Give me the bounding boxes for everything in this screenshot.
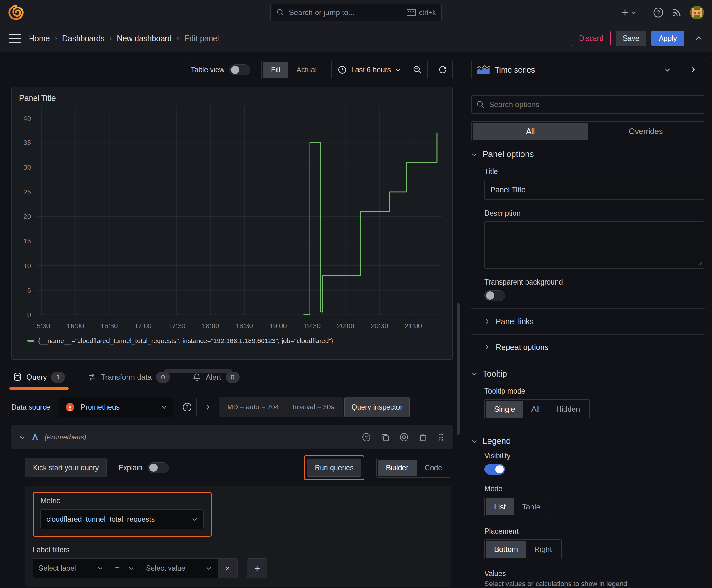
svg-text:15: 15 (24, 237, 31, 245)
apply-button[interactable]: Apply (651, 31, 684, 46)
all-overrides-switch: All Overrides (471, 121, 705, 141)
legend-series-label[interactable]: {__name__="cloudflared_tunnel_total_requ… (38, 337, 333, 344)
discard-button[interactable]: Discard (572, 31, 610, 46)
tooltip-single-option[interactable]: Single (486, 401, 523, 418)
breadcrumb-new-dashboard[interactable]: New dashboard (117, 34, 172, 43)
expand-stats-button[interactable] (201, 404, 215, 411)
select-value-placeholder: Select value (146, 564, 201, 573)
options-search-input[interactable] (489, 100, 700, 109)
datasource-picker[interactable]: Prometheus (58, 397, 173, 417)
svg-text:25: 25 (24, 188, 31, 196)
menu-toggle-button[interactable] (9, 34, 21, 43)
tooltip-all-option[interactable]: All (523, 401, 548, 418)
repeat-options-row[interactable]: Repeat options (471, 334, 705, 360)
panel-title-input[interactable] (484, 180, 705, 200)
tooltip-header[interactable]: Tooltip (464, 361, 712, 381)
refresh-button[interactable] (433, 60, 453, 80)
news-rss-button[interactable] (672, 7, 682, 18)
keyboard-icon (407, 9, 416, 16)
svg-text:0: 0 (27, 311, 31, 319)
svg-text:21:00: 21:00 (405, 322, 422, 330)
legend-series-swatch (27, 340, 34, 342)
actual-option[interactable]: Actual (288, 62, 325, 78)
legend-list-option[interactable]: List (486, 499, 514, 516)
save-button[interactable]: Save (616, 31, 646, 46)
drag-query-handle[interactable] (437, 433, 445, 442)
chevron-down-icon (19, 434, 26, 441)
metric-select[interactable]: cloudflared_tunnel_total_requests (41, 509, 204, 529)
builder-option[interactable]: Builder (377, 460, 416, 476)
resize-handle-icon[interactable] (697, 260, 703, 266)
panel-options-header[interactable]: Panel options (464, 141, 712, 162)
toggle-visibility-button[interactable] (399, 433, 409, 442)
svg-text:5: 5 (27, 287, 31, 294)
time-range-label: Last 6 hours (351, 66, 391, 74)
datasource-help-button[interactable]: ? (178, 397, 196, 417)
run-queries-highlight: Run queries (304, 456, 365, 480)
svg-text:19:00: 19:00 (269, 322, 287, 330)
nav-divider (645, 6, 645, 19)
collapse-options-button[interactable] (681, 60, 705, 80)
tab-query[interactable]: Query 1 (11, 367, 67, 389)
kick-start-query-button[interactable]: Kick start your query (25, 458, 107, 478)
refresh-icon (438, 65, 447, 75)
placement-bottom-option[interactable]: Bottom (486, 541, 526, 558)
promql-builder: Metric cloudflared_tunnel_total_requests… (25, 486, 451, 587)
query-row-header[interactable]: A (Prometheus) ? (11, 425, 453, 449)
add-menu-button[interactable] (621, 8, 637, 17)
time-range-picker[interactable]: Last 6 hours (331, 65, 407, 74)
legend-table-option[interactable]: Table (514, 499, 548, 516)
vertical-scrollbar[interactable] (457, 303, 459, 435)
add-filter-button[interactable]: + (247, 559, 267, 578)
legend-visibility-toggle[interactable] (484, 464, 505, 475)
panel-links-row[interactable]: Panel links (471, 309, 705, 334)
breadcrumb-dashboards[interactable]: Dashboards (62, 34, 105, 43)
query-datasource-hint: (Prometheus) (45, 433, 86, 441)
tab-alert[interactable]: Alert 0 (191, 367, 241, 389)
plus-icon: + (254, 563, 260, 574)
description-textarea[interactable] (484, 222, 705, 269)
chevron-down-icon (192, 516, 198, 522)
visualization-picker[interactable]: Time series (471, 60, 676, 80)
grafana-logo[interactable] (8, 4, 24, 21)
select-label-dropdown[interactable]: Select label (33, 559, 109, 578)
breadcrumb: Home › Dashboards › New dashboard › Edit… (29, 34, 219, 43)
tab-overrides[interactable]: Overrides (588, 123, 704, 140)
remove-filter-button[interactable]: × (218, 559, 238, 578)
zoom-out-button[interactable] (407, 60, 427, 79)
explain-toggle[interactable] (148, 462, 169, 473)
global-search[interactable]: ctrl+k (270, 4, 442, 21)
delete-query-button[interactable] (418, 433, 428, 442)
table-view-toggle[interactable] (230, 64, 250, 75)
query-inspector-button[interactable]: Query inspector (344, 397, 410, 417)
label-filters-section: Label filters Select label = Select valu… (33, 546, 444, 578)
help-button[interactable]: ? (653, 7, 664, 18)
fill-option[interactable]: Fill (263, 62, 288, 78)
chevron-down-icon (631, 10, 637, 15)
placement-right-option[interactable]: Right (526, 541, 560, 558)
tab-transform-data[interactable]: Transform data 0 (86, 367, 172, 389)
select-value-dropdown[interactable]: Select value (140, 559, 218, 578)
close-icon: × (225, 564, 230, 573)
chevron-down-icon (471, 371, 477, 377)
breadcrumb-home[interactable]: Home (29, 34, 50, 43)
options-search[interactable] (471, 96, 705, 114)
user-avatar[interactable] (690, 6, 704, 19)
description-label: Description (484, 209, 705, 218)
panel-preview[interactable]: Panel Title 051015202530354015:3016:0016… (11, 87, 453, 360)
actions-divider (689, 33, 689, 44)
code-option[interactable]: Code (416, 460, 450, 476)
query-ref-id[interactable]: A (32, 433, 38, 442)
tab-all[interactable]: All (473, 123, 588, 140)
tooltip-hidden-option[interactable]: Hidden (548, 401, 588, 418)
transparent-background-toggle[interactable] (484, 290, 505, 301)
duplicate-query-button[interactable] (381, 433, 390, 442)
operator-dropdown[interactable]: = (109, 559, 140, 578)
query-help-button[interactable]: ? (362, 433, 371, 442)
chevron-down-icon (97, 565, 103, 571)
legend-header[interactable]: Legend (464, 428, 712, 448)
run-queries-button[interactable]: Run queries (307, 459, 361, 477)
collapse-header-button[interactable] (694, 34, 703, 43)
chart-legend[interactable]: {__name__="cloudflared_tunnel_total_requ… (27, 337, 447, 344)
global-search-input[interactable] (289, 8, 402, 17)
